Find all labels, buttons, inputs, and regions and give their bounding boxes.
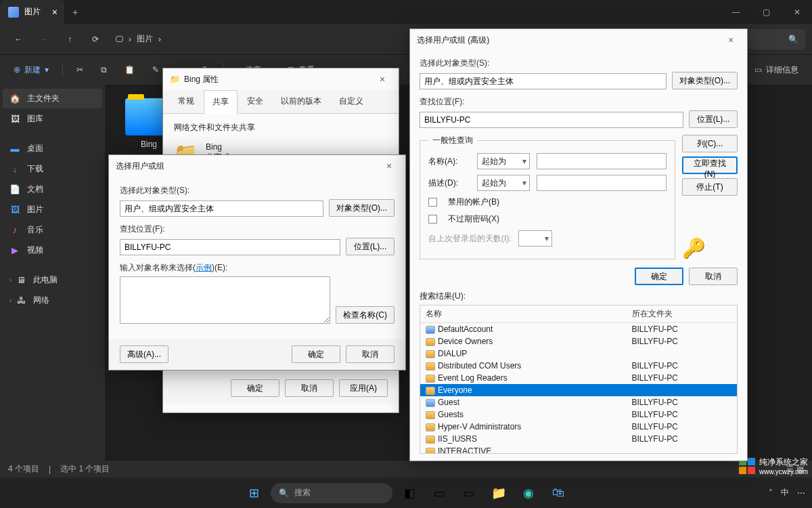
name-match-select[interactable]: 起始为 xyxy=(477,153,530,169)
find-now-button[interactable]: 立即查找(N) xyxy=(682,156,738,174)
table-row[interactable]: IIS_IUSRSBILLYFU-PC xyxy=(420,433,737,445)
name-input[interactable] xyxy=(537,153,667,169)
advanced-button[interactable]: 高级(A)... xyxy=(120,345,168,363)
item-count: 4 个项目 xyxy=(8,463,39,475)
group-icon xyxy=(426,350,435,358)
sidebar-item-pictures[interactable]: 🖼图片 xyxy=(3,200,102,219)
non-expiring-password-checkbox[interactable] xyxy=(428,215,437,224)
taskbar-search[interactable]: 🔍搜索 xyxy=(271,483,392,503)
watermark: 纯净系统之家 www.ycwzy.com xyxy=(739,457,808,475)
back-button[interactable]: ← xyxy=(7,28,30,51)
sidebar-item-music[interactable]: ♪音乐 xyxy=(3,220,102,240)
cancel-button[interactable]: 取消 xyxy=(346,345,394,363)
location-input[interactable] xyxy=(120,239,340,255)
location-input[interactable] xyxy=(420,112,683,128)
table-row[interactable]: GuestsBILLYFU-PC xyxy=(420,408,737,421)
table-row[interactable]: DefaultAccountBILLYFU-PC xyxy=(420,323,737,336)
tab-customize[interactable]: 自定义 xyxy=(331,90,371,113)
forward-button[interactable]: → xyxy=(32,28,55,51)
tray-chevron-icon[interactable]: ˄ xyxy=(769,488,773,498)
group-icon xyxy=(426,411,435,419)
check-names-button[interactable]: 检查名称(C) xyxy=(336,306,394,324)
ok-button[interactable]: 确定 xyxy=(635,268,683,285)
columns-button[interactable]: 列(C)... xyxy=(682,135,738,152)
taskbar-app[interactable]: ▭ xyxy=(456,480,482,506)
paste-button[interactable]: 📋 xyxy=(118,59,141,81)
breadcrumb-item[interactable]: 图片 xyxy=(137,33,153,45)
tab-pictures[interactable]: 图片 × xyxy=(0,0,64,24)
tab-share[interactable]: 共享 xyxy=(204,90,238,114)
object-type-input[interactable] xyxy=(420,73,667,89)
item-name: Bing xyxy=(206,142,230,152)
sidebar-item-downloads[interactable]: ↓下载 xyxy=(3,159,102,179)
dialog-titlebar[interactable]: 选择用户或组 × xyxy=(109,155,405,177)
dialog-titlebar[interactable]: 📁 Bing 属性 × xyxy=(163,68,399,90)
table-row[interactable]: Event Log ReadersBILLYFU-PC xyxy=(420,372,737,384)
new-tab-button[interactable]: + xyxy=(64,7,86,18)
taskbar-app[interactable]: ▭ xyxy=(426,480,452,506)
close-dialog-button[interactable]: × xyxy=(373,74,392,85)
column-name[interactable]: 名称 xyxy=(420,305,627,323)
description-input[interactable] xyxy=(537,175,667,191)
group-icon xyxy=(426,423,435,431)
download-icon: ↓ xyxy=(9,164,20,175)
examples-link[interactable]: 示例 xyxy=(196,263,212,272)
ok-button[interactable]: 确定 xyxy=(292,345,340,363)
ok-button[interactable]: 确定 xyxy=(231,379,279,397)
table-row[interactable]: INTERACTIVE xyxy=(420,445,737,454)
name-label: 名称(A): xyxy=(428,156,470,167)
apply-button[interactable]: 应用(A) xyxy=(339,379,388,397)
table-row[interactable]: Everyone xyxy=(420,384,737,396)
taskbar-store[interactable]: 🛍 xyxy=(545,480,571,506)
taskbar-explorer[interactable]: 📁 xyxy=(486,480,512,506)
sidebar-item-home[interactable]: 🏠主文件夹 xyxy=(3,89,102,108)
tab-label: 图片 xyxy=(24,6,41,18)
table-row[interactable]: Hyper-V AdministratorsBILLYFU-PC xyxy=(420,421,737,433)
sidebar-item-documents[interactable]: 📄文档 xyxy=(3,179,102,199)
taskbar-edge[interactable]: ◉ xyxy=(516,480,541,506)
copy-button[interactable]: ⧉ xyxy=(94,59,114,81)
tray-more[interactable]: ⋯ xyxy=(797,488,805,498)
refresh-button[interactable]: ⟳ xyxy=(84,28,107,51)
close-dialog-button[interactable]: × xyxy=(721,35,740,45)
close-tab-icon[interactable]: × xyxy=(52,7,58,18)
up-button[interactable]: ↑ xyxy=(58,28,81,51)
object-types-button[interactable]: 对象类型(O)... xyxy=(672,72,738,89)
table-row[interactable]: GuestBILLYFU-PC xyxy=(420,396,737,408)
maximize-button[interactable]: ▢ xyxy=(751,0,782,24)
ime-indicator[interactable]: 中 xyxy=(781,487,789,499)
close-window-button[interactable]: ✕ xyxy=(782,0,812,24)
start-button[interactable]: ⊞ xyxy=(241,480,267,506)
task-view-button[interactable]: ◧ xyxy=(397,480,422,506)
table-row[interactable]: Distributed COM UsersBILLYFU-PC xyxy=(420,360,737,372)
dialog-title: Bing 属性 xyxy=(184,74,219,85)
breadcrumb[interactable]: 🖵 › 图片 › xyxy=(115,33,161,45)
table-row[interactable]: Device OwnersBILLYFU-PC xyxy=(420,335,737,347)
object-types-button[interactable]: 对象类型(O)... xyxy=(329,199,394,217)
sidebar-item-this-pc[interactable]: ›🖥此电脑 xyxy=(3,270,102,290)
cancel-button[interactable]: 取消 xyxy=(689,268,738,285)
sidebar-item-desktop[interactable]: ▬桌面 xyxy=(3,139,102,158)
column-folder[interactable]: 所在文件夹 xyxy=(627,305,737,323)
tab-security[interactable]: 安全 xyxy=(239,90,271,113)
tab-general[interactable]: 常规 xyxy=(170,90,202,113)
cut-button[interactable]: ✂ xyxy=(70,59,90,81)
table-row[interactable]: DIALUP xyxy=(420,347,737,360)
sidebar-item-gallery[interactable]: 🖼图库 xyxy=(3,109,102,129)
disabled-accounts-checkbox[interactable] xyxy=(428,198,437,207)
object-names-input[interactable] xyxy=(120,276,330,324)
new-button[interactable]: ⊕ 新建 ▾ xyxy=(7,59,55,81)
dialog-titlebar[interactable]: 选择用户或组 (高级) × xyxy=(410,29,747,51)
locations-button[interactable]: 位置(L)... xyxy=(689,110,738,128)
sidebar-item-network[interactable]: ›🖧网络 xyxy=(3,291,102,310)
object-type-input[interactable] xyxy=(120,200,323,217)
description-match-select[interactable]: 起始为 xyxy=(477,175,530,191)
minimize-button[interactable]: ― xyxy=(721,0,751,24)
locations-button[interactable]: 位置(L)... xyxy=(346,238,394,255)
sidebar-item-videos[interactable]: ▶视频 xyxy=(3,240,102,260)
cancel-button[interactable]: 取消 xyxy=(285,379,334,397)
details-pane-button[interactable]: ▭ 详细信息 xyxy=(748,59,805,81)
tab-previous-versions[interactable]: 以前的版本 xyxy=(273,90,330,113)
stop-button[interactable]: 停止(T) xyxy=(682,178,738,196)
close-dialog-button[interactable]: × xyxy=(380,161,399,171)
